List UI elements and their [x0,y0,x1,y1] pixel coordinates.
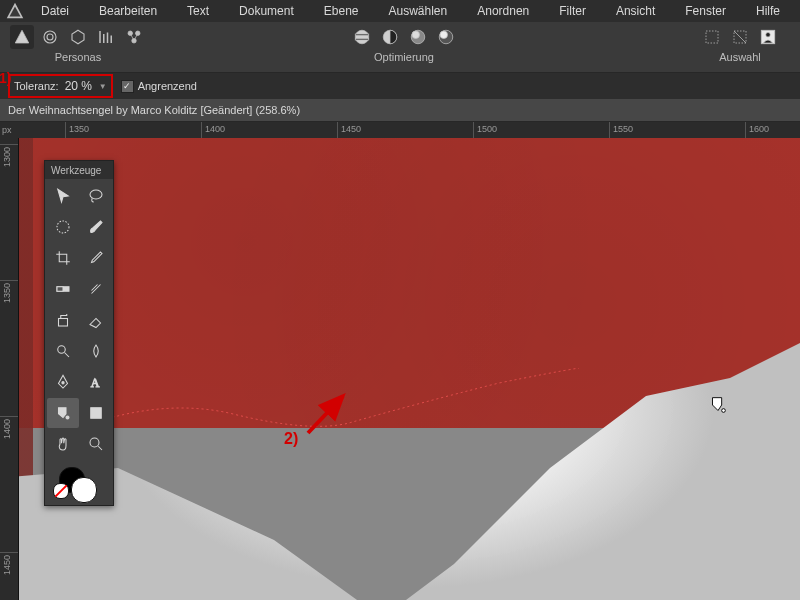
tolerance-label: Toleranz: [14,80,59,92]
annotation-2-arrow-icon [303,388,353,441]
ruler-unit: px [2,125,12,135]
svg-point-9 [355,30,369,44]
menu-ebene[interactable]: Ebene [309,0,374,22]
svg-line-19 [734,31,746,43]
menu-anordnen[interactable]: Anordnen [462,0,544,22]
optimize-label: Optimierung [374,51,434,63]
hand-tool-icon[interactable] [47,429,79,459]
ruler-vertical: 1300135014001450 [0,138,19,600]
persona-photo-icon[interactable] [10,25,34,49]
no-color-swatch[interactable] [53,483,69,499]
crop-tool-icon[interactable] [47,243,79,273]
zoom-tool-icon[interactable] [80,429,112,459]
svg-point-3 [44,31,56,43]
gradient-tool-icon[interactable] [47,274,79,304]
optimize-group: Optimierung [350,25,458,63]
svg-point-22 [90,190,102,199]
move-tool-icon[interactable] [47,181,79,211]
canvas[interactable]: Werkzeuge A [19,138,800,600]
selection-label: Auswahl [719,51,761,63]
heal-tool-icon[interactable] [80,274,112,304]
flood-cursor-icon [707,394,729,419]
svg-point-7 [136,31,141,36]
svg-rect-32 [91,408,102,419]
menu-auswaehlen[interactable]: Auswählen [373,0,462,22]
svg-point-6 [128,31,133,36]
document-title-bar: Der Weihnachtsengel by Marco Kolditz [Ge… [0,99,800,122]
svg-rect-26 [59,319,68,327]
tolerance-value[interactable]: 20 %▼ [65,79,107,93]
ruler-v-tick: 1450 [0,552,18,553]
persona-export-icon[interactable] [122,25,146,49]
paint-brush-tool-icon[interactable] [80,212,112,242]
menu-bearbeiten[interactable]: Bearbeiten [84,0,172,22]
selection-new-icon[interactable] [700,25,724,49]
selection-add-icon[interactable] [728,25,752,49]
menu-datei[interactable]: Datei [26,0,84,22]
text-tool-icon[interactable]: A [80,367,112,397]
clone-tool-icon[interactable] [47,305,79,335]
selection-brush-tool-icon[interactable] [47,212,79,242]
top-toolbar: Personas Optimierung Auswahl [0,22,800,73]
selection-person-icon[interactable] [756,25,780,49]
svg-text:A: A [91,376,100,390]
contrast-icon[interactable] [378,25,402,49]
tools-panel[interactable]: Werkzeuge A [44,160,114,506]
flood-select-tool-icon[interactable] [47,398,79,428]
menu-ansicht[interactable]: Ansicht [601,0,670,22]
svg-rect-10 [355,34,369,36]
app-logo-icon [4,0,26,22]
persona-label: Personas [55,51,101,63]
persona-develop-icon[interactable] [66,25,90,49]
chevron-down-icon[interactable]: ▼ [99,82,107,91]
svg-line-28 [65,353,70,358]
eraser-tool-icon[interactable] [80,305,112,335]
workspace: 1300135014001450 Werkzeuge [0,138,800,600]
svg-rect-11 [355,39,369,41]
annotation-1: 1) [0,70,11,86]
canvas-background-red [19,138,800,428]
menu-fenster[interactable]: Fenster [670,0,741,22]
levels-icon[interactable] [350,25,374,49]
persona-group: Personas [10,25,146,63]
checkbox-icon[interactable]: ✓ [121,80,134,93]
foreground-color-swatch[interactable] [71,477,97,503]
menu-filter[interactable]: Filter [544,0,601,22]
menu-dokument[interactable]: Dokument [224,0,309,22]
svg-point-14 [412,31,420,39]
lasso-tool-icon[interactable] [80,181,112,211]
svg-point-31 [66,416,69,419]
svg-point-16 [440,31,448,39]
shape-tool-icon[interactable] [80,398,112,428]
svg-marker-2 [15,30,29,43]
menu-text[interactable]: Text [172,0,224,22]
menu-hilfe[interactable]: Hilfe [741,0,795,22]
persona-tone-icon[interactable] [94,25,118,49]
svg-rect-25 [57,287,63,292]
ruler-v-tick: 1300 [0,144,18,145]
pen-tool-icon[interactable] [47,367,79,397]
blur-tool-icon[interactable] [80,336,112,366]
options-bar: 1) Toleranz: 20 %▼ ✓ Angrenzend [0,73,800,99]
svg-line-34 [98,446,102,450]
tone-hard-icon[interactable] [434,25,458,49]
color-swatches[interactable] [45,461,113,505]
svg-rect-17 [706,31,718,43]
tools-panel-title[interactable]: Werkzeuge [45,161,113,179]
svg-point-36 [722,409,726,413]
svg-point-27 [58,346,66,354]
tone-soft-icon[interactable] [406,25,430,49]
svg-point-21 [766,33,771,38]
eyedropper-tool-icon[interactable] [80,243,112,273]
svg-point-29 [62,382,64,384]
selection-group: Auswahl [700,25,780,63]
dodge-tool-icon[interactable] [47,336,79,366]
svg-point-23 [57,221,69,233]
svg-marker-5 [72,30,84,44]
persona-liquify-icon[interactable] [38,25,62,49]
contiguous-checkbox[interactable]: ✓ Angrenzend [121,80,197,93]
tolerance-field[interactable]: Toleranz: 20 %▼ [8,74,113,98]
menubar: Datei Bearbeiten Text Dokument Ebene Aus… [0,0,800,22]
contiguous-label: Angrenzend [138,80,197,92]
svg-point-33 [90,438,99,447]
